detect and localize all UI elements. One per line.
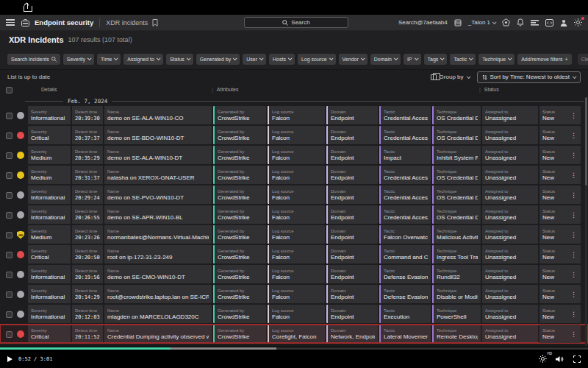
cell-value: 20:35:29 [75, 155, 100, 162]
filter-button-log-source[interactable]: Log source [298, 54, 336, 65]
notifications-bell-icon[interactable] [517, 18, 524, 26]
cell-label: Domain [331, 249, 375, 254]
quality-badge: HD [548, 352, 553, 355]
volume-icon[interactable] [556, 355, 564, 363]
incident-row[interactable]: SeverityInformationalDetect time20:39:30… [0, 106, 588, 124]
cell-dom: DomainEndpoint [326, 126, 378, 144]
row-checkbox[interactable] [6, 272, 12, 278]
fullscreen-icon[interactable] [573, 355, 581, 363]
severity-icon-cell [15, 325, 26, 343]
incident-row[interactable]: SeverityMediumDetect time20:31:37Namenat… [0, 166, 588, 184]
row-menu-icon[interactable]: ⋮ [570, 272, 577, 277]
api-console-icon[interactable] [545, 19, 553, 26]
row-checkbox-cell [4, 205, 13, 224]
filter-button-severity[interactable]: Severity [63, 54, 94, 65]
settings-gear-icon[interactable]: HD [539, 355, 547, 363]
scrollbar[interactable] [585, 97, 587, 346]
cell-value: 20:12:03 [75, 314, 100, 321]
overwatch-shield-icon [17, 231, 25, 239]
group-by-button[interactable]: Group by [431, 74, 470, 80]
user-profile-icon[interactable] [560, 19, 567, 26]
global-search-input[interactable]: Search [244, 17, 348, 28]
row-menu-icon[interactable]: ⋮ [570, 152, 577, 158]
row-checkbox[interactable] [6, 192, 12, 199]
incident-row[interactable]: SeverityInformationalDetect time20:19:56… [0, 265, 588, 283]
row-checkbox[interactable] [6, 212, 12, 219]
incident-row[interactable]: SeverityCriticalDetect time20:20:50Namer… [0, 245, 588, 263]
row-menu-icon[interactable]: ⋮ [570, 192, 577, 198]
cell-tac: TacticCredential Access [379, 166, 431, 184]
row-menu-icon[interactable]: ⋮ [570, 291, 577, 297]
incident-row[interactable]: SeverityInformationalDetect time20:29:24… [0, 185, 588, 204]
cell-tech: TechniqueRundll32 [432, 265, 481, 283]
filter-button-status[interactable]: Status [166, 54, 193, 65]
incident-row[interactable]: SeverityCriticalDetect time20:37:37Named… [0, 126, 588, 144]
filter-button-assigned-to[interactable]: Assigned to [123, 54, 163, 65]
database-icon[interactable] [454, 19, 462, 26]
page-tab[interactable]: XDR incidents [106, 19, 148, 26]
cell-value: Unassigned [485, 294, 535, 301]
row-checkbox[interactable] [6, 172, 12, 179]
module-icon[interactable] [21, 19, 29, 26]
share-icon[interactable] [24, 3, 32, 12]
clear-all-button[interactable]: Clear all [578, 54, 588, 65]
row-menu-icon[interactable]: ⋮ [570, 113, 577, 118]
tenant-selector[interactable]: _Talon 1 [468, 19, 495, 26]
filter-button-user[interactable]: User [243, 54, 266, 65]
filter-button-generated-by[interactable]: Generated by [196, 54, 240, 65]
cell-log: Log sourceFalcon [268, 126, 325, 144]
cell-label: Assigned to [485, 269, 535, 274]
row-checkbox[interactable] [6, 232, 12, 238]
row-checkbox[interactable] [6, 252, 12, 258]
cell-value: CrowdStrike [218, 333, 263, 341]
incident-row[interactable]: SeverityMediumDetect time20:35:29Namedem… [0, 146, 588, 164]
row-menu-icon[interactable]: ⋮ [570, 331, 577, 337]
filter-button-time[interactable]: Time [97, 54, 121, 65]
theme-toggle-icon[interactable] [574, 18, 582, 26]
cell-value: 20:20:50 [75, 254, 100, 261]
filter-button-tactic[interactable]: Tactic [450, 54, 476, 65]
screen: Endpoint security XDR incidents Search S… [0, 0, 588, 368]
severity-dot-icon [17, 112, 24, 119]
incident-row[interactable]: SeverityInformationalDetect time20:26:55… [0, 205, 588, 224]
filter-button-hosts[interactable]: Hosts [269, 54, 295, 65]
filter-button-technique[interactable]: Technique [478, 54, 514, 65]
cell-value: Informational [31, 214, 68, 222]
filter-button-vendor[interactable]: Vendor [339, 54, 368, 65]
sort-by-button[interactable]: Sort by Time: Newest to oldest [477, 71, 581, 83]
row-checkbox[interactable] [6, 291, 12, 298]
row-checkbox[interactable] [6, 132, 12, 139]
severity-icon-cell [15, 265, 26, 283]
row-menu-icon[interactable]: ⋮ [570, 232, 577, 238]
row-checkbox[interactable] [6, 331, 12, 338]
search-incidents-input[interactable]: Search incidents [7, 54, 60, 65]
cell-value: Informational [31, 194, 68, 202]
select-all-checkbox[interactable] [6, 87, 12, 93]
filter-button-ip[interactable]: IP [404, 54, 421, 65]
incident-row[interactable]: SeverityInformationalDetect time20:12:03… [0, 305, 588, 323]
row-menu-icon[interactable]: ⋮ [570, 311, 577, 317]
filter-button-tags[interactable]: Tags [424, 54, 448, 65]
falcon-badge-icon[interactable] [502, 18, 510, 26]
play-button[interactable] [7, 356, 12, 362]
row-menu-icon[interactable]: ⋮ [570, 172, 577, 178]
incident-row[interactable]: SeverityInformationalDetect time20:14:29… [0, 285, 588, 303]
row-checkbox[interactable] [6, 311, 12, 318]
account-label[interactable]: Search@7aefaab4 [398, 19, 448, 26]
cell-value: Endpoint [331, 274, 375, 281]
video-progress-bar[interactable] [0, 347, 588, 350]
incident-row[interactable]: SeverityMediumDetect time20:23:26Namenor… [0, 225, 588, 244]
filter-button-domain[interactable]: Domain [370, 54, 401, 65]
row-checkbox[interactable] [6, 113, 12, 119]
product-name[interactable]: Endpoint security [35, 18, 93, 26]
cell-time: Detect time20:14:29 [72, 285, 103, 303]
row-menu-icon[interactable]: ⋮ [570, 212, 577, 218]
incident-row-highlighted[interactable]: SeverityCriticalDetect time20:11:52NameC… [0, 325, 588, 343]
add-remove-filters-button[interactable]: Add/remove filters+ [517, 54, 572, 65]
menu-icon[interactable] [6, 19, 15, 26]
bookmark-icon[interactable] [152, 19, 158, 26]
row-menu-icon[interactable]: ⋮ [570, 132, 577, 138]
row-menu-icon[interactable]: ⋮ [570, 252, 577, 258]
activity-feed-icon[interactable] [531, 19, 539, 26]
row-checkbox[interactable] [6, 152, 12, 159]
